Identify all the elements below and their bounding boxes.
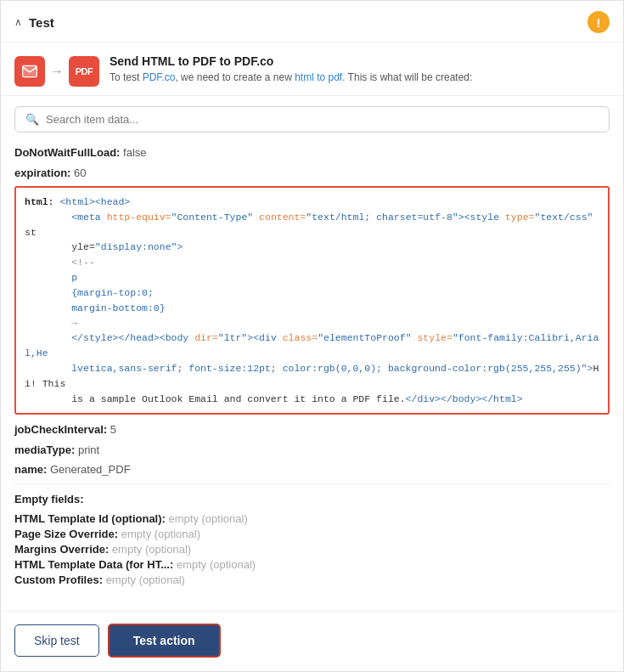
search-icon: 🔍 <box>25 113 39 126</box>
skip-test-button[interactable]: Skip test <box>14 624 99 657</box>
field-value-donotwait: false <box>123 146 146 159</box>
value-margins: empty (optional) <box>112 543 191 556</box>
test-action-button[interactable]: Test action <box>108 624 221 658</box>
action-title: Send HTML to PDF to PDF.co <box>110 54 610 68</box>
code-content: <html><head> <box>59 196 130 207</box>
divider <box>14 483 610 484</box>
action-row: → PDF Send HTML to PDF to PDF.co To test… <box>1 42 623 96</box>
label-custom-profiles: Custom Profiles: <box>14 573 103 586</box>
pdfco-link[interactable]: PDF.co <box>143 71 176 83</box>
code-line-meta: <meta http-equiv="Content-Type" content=… <box>25 210 599 240</box>
pdf-icon: PDF <box>69 56 99 87</box>
empty-field-template-data: HTML Template Data (for HT...: empty (op… <box>14 558 610 571</box>
code-line-body: </style></head><body dir="ltr"><div clas… <box>25 330 599 361</box>
html-to-pdf-link[interactable]: html to pdf <box>295 71 342 83</box>
label-html-template-id: HTML Template Id (optional): <box>14 512 166 525</box>
label-template-data: HTML Template Data (for HT...: <box>14 558 173 571</box>
empty-field-margins: Margins Override: empty (optional) <box>14 543 610 556</box>
code-line-style: yle="display:none"> <box>25 240 599 255</box>
field-value-jobcheck: 5 <box>110 423 116 436</box>
field-label-name: name: <box>14 463 47 476</box>
code-line-body2: lvetica,sans-serif; font-size:12pt; colo… <box>25 361 599 392</box>
field-value-mediatype: print <box>78 443 99 456</box>
code-line-margin-bottom: margin-bottom:0} <box>25 301 599 316</box>
search-box[interactable]: 🔍 <box>14 106 610 133</box>
chevron-up-icon: ∧ <box>14 16 22 28</box>
code-line-margin-top: {margin-top:0; <box>25 285 599 301</box>
search-input[interactable] <box>46 113 599 126</box>
empty-field-custom-profiles: Custom Profiles: empty (optional) <box>14 573 610 586</box>
empty-field-html-template-id: HTML Template Id (optional): empty (opti… <box>14 512 610 525</box>
code-line-comment: <!-- <box>25 255 599 270</box>
label-margins: Margins Override: <box>14 543 109 556</box>
field-row-expiration: expiration: 60 <box>14 165 610 182</box>
action-description: To test PDF.co, we need to create a new … <box>110 71 610 85</box>
field-label-mediatype: mediaType: <box>14 443 75 456</box>
button-row: Skip test Test action <box>1 611 623 671</box>
value-template-data: empty (optional) <box>177 558 256 571</box>
field-value-name: Generated_PDF <box>50 463 131 476</box>
action-icons: → PDF <box>14 56 99 87</box>
content-area: 🔍 DoNotWaitFullLoad: false expiration: 6… <box>1 96 623 611</box>
warning-icon: ! <box>587 11 610 33</box>
field-label-donotwait: DoNotWaitFullLoad: <box>14 146 120 159</box>
empty-fields-title: Empty fields: <box>14 493 610 505</box>
page-title: Test <box>29 15 54 30</box>
field-row: DoNotWaitFullLoad: false <box>14 144 610 161</box>
html-code-block: html: <html><head> <meta http-equiv="Con… <box>14 186 610 415</box>
field-value-expiration: 60 <box>74 167 86 179</box>
field-row-mediatype: mediaType: print <box>14 442 610 459</box>
action-text: Send HTML to PDF to PDF.co To test PDF.c… <box>110 54 610 85</box>
value-page-size: empty (optional) <box>121 528 200 540</box>
header-left: ∧ Test <box>14 15 54 30</box>
field-row-name: name: Generated_PDF <box>14 461 610 478</box>
empty-field-page-size: Page Size Override: empty (optional) <box>14 528 610 540</box>
code-html-label: html: <box>25 196 59 207</box>
code-line-body3: is a sample Outlook Email and convert it… <box>25 392 599 407</box>
label-page-size: Page Size Override: <box>14 528 118 540</box>
field-label-expiration: expiration: <box>14 167 70 179</box>
value-html-template-id: empty (optional) <box>169 512 248 525</box>
field-label-jobcheck: jobCheckInterval: <box>14 423 107 436</box>
source-icon <box>14 56 45 87</box>
arrow-right-icon: → <box>50 64 64 79</box>
code-line-arrow: → <box>25 316 599 331</box>
field-row-jobcheck: jobCheckInterval: 5 <box>14 421 610 438</box>
header: ∧ Test ! <box>1 1 623 42</box>
code-line-p: p <box>25 270 599 285</box>
value-custom-profiles: empty (optional) <box>106 573 185 586</box>
